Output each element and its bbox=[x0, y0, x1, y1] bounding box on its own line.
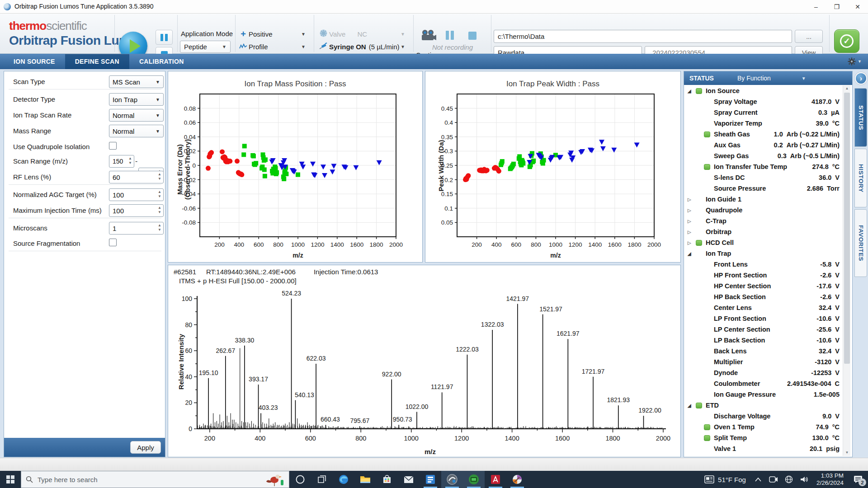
field-label: Microscans bbox=[13, 224, 47, 232]
field-row: Detector TypeIon Trap▼ bbox=[4, 92, 165, 107]
svg-text:800: 800 bbox=[273, 241, 283, 248]
tree-expand-arrow[interactable]: ▷ bbox=[688, 219, 694, 224]
svg-text:195.10: 195.10 bbox=[199, 369, 218, 376]
data-path-input[interactable] bbox=[494, 30, 792, 43]
tune-app-icon[interactable] bbox=[441, 471, 463, 488]
edge-icon[interactable] bbox=[333, 471, 354, 488]
store-icon[interactable] bbox=[376, 471, 398, 488]
status-value-group: 1.5e-005 bbox=[814, 391, 840, 398]
search-highlight-bird[interactable] bbox=[261, 472, 284, 487]
system-state-indicator[interactable]: ✓ bbox=[834, 29, 859, 53]
field-spinner[interactable]: 1▲▼ bbox=[109, 222, 164, 235]
data-type-select[interactable]: Profile ▼ bbox=[238, 41, 308, 52]
svg-text:600: 600 bbox=[511, 241, 522, 248]
browse-button[interactable]: ... bbox=[795, 30, 823, 43]
field-row: Scan Range (m/z)150▲▼2000▲▼- bbox=[4, 154, 165, 169]
task-view-icon[interactable] bbox=[311, 471, 333, 488]
restore-button[interactable]: ❐ bbox=[826, 0, 847, 14]
paint-app-icon[interactable] bbox=[506, 471, 528, 488]
tab-define-scan[interactable]: DEFINE SCAN bbox=[65, 54, 129, 69]
side-tab-status[interactable]: STATUS bbox=[854, 88, 867, 147]
minimize-button[interactable]: – bbox=[806, 0, 826, 14]
status-value-group: -12253V bbox=[811, 369, 840, 376]
status-row: Spray Current0.3µA bbox=[684, 107, 843, 118]
scan-range-low-spinner[interactable]: 150▲▼ bbox=[109, 155, 134, 168]
polarity-select[interactable]: + Positive ▼ bbox=[238, 28, 308, 40]
file-explorer-icon[interactable] bbox=[354, 471, 376, 488]
status-value-group: 32.4V bbox=[819, 347, 840, 355]
tree-collapse-arrow[interactable]: ◢ bbox=[688, 251, 694, 256]
record-button[interactable] bbox=[420, 29, 437, 43]
side-tab-history[interactable]: HISTORY bbox=[854, 149, 867, 207]
status-unit: V bbox=[835, 304, 840, 311]
status-group-label: Ion Source bbox=[706, 87, 740, 94]
field-spinner[interactable]: 100▲▼ bbox=[109, 188, 164, 201]
field-checkbox[interactable] bbox=[109, 142, 117, 150]
scroll-up-arrow[interactable]: ▲ bbox=[843, 85, 851, 92]
side-tab-favorites[interactable]: FAVORITES bbox=[854, 209, 867, 277]
record-stop-button[interactable] bbox=[468, 32, 476, 40]
status-item-label: Spray Current bbox=[714, 109, 758, 116]
svg-text:0.05: 0.05 bbox=[441, 219, 453, 226]
close-button[interactable]: ✕ bbox=[847, 0, 868, 14]
taskbar-clock[interactable]: 1:03 PM 2/26/2024 bbox=[816, 472, 844, 487]
field-spinner[interactable]: 100▲▼ bbox=[109, 204, 164, 217]
tree-expand-arrow[interactable]: ▷ bbox=[688, 230, 694, 235]
collapse-panel-button[interactable]: › bbox=[855, 72, 867, 84]
volume-icon[interactable] bbox=[797, 476, 812, 483]
search-placeholder: Type here to search bbox=[38, 476, 98, 483]
field-spinner[interactable]: 60▲▼ bbox=[109, 171, 164, 183]
status-item-label: Vaporizer Temp bbox=[714, 120, 762, 127]
field-select[interactable]: Normal▼ bbox=[109, 125, 164, 137]
status-value-group: 0.2Arb (~0.27 L/Min) bbox=[774, 141, 840, 149]
news-widget-icon[interactable] bbox=[702, 475, 717, 483]
instrument-status-icon[interactable] bbox=[463, 471, 485, 488]
scroll-down-arrow[interactable]: ▼ bbox=[843, 450, 851, 456]
record-pause-button[interactable] bbox=[446, 31, 454, 40]
office-app-icon[interactable] bbox=[420, 471, 441, 488]
pause-button[interactable] bbox=[156, 30, 173, 45]
field-select[interactable]: Normal▼ bbox=[109, 109, 164, 122]
svg-text:1600: 1600 bbox=[608, 241, 622, 248]
status-row: Multiplier-3120V bbox=[684, 357, 843, 367]
status-filter-select[interactable]: By Function bbox=[737, 75, 771, 82]
notification-center-button[interactable]: 2 bbox=[848, 471, 868, 488]
svg-text:400: 400 bbox=[234, 241, 245, 248]
tree-collapse-arrow[interactable]: ◢ bbox=[688, 403, 694, 408]
field-checkbox[interactable] bbox=[109, 239, 117, 246]
svg-text:0.1: 0.1 bbox=[444, 205, 453, 212]
scrollbar-thumb[interactable] bbox=[844, 93, 850, 364]
meet-now-icon[interactable] bbox=[766, 476, 781, 483]
tab-ion-source[interactable]: ION SOURCE bbox=[4, 54, 65, 69]
status-row: ▷Orbitrap bbox=[684, 226, 843, 237]
acrobat-icon[interactable] bbox=[485, 471, 506, 488]
syringe-select[interactable]: Syringe ON (5 µL/min) ▼ bbox=[317, 41, 408, 52]
chevron-up-icon[interactable] bbox=[750, 478, 766, 482]
tree-collapse-arrow[interactable]: ◢ bbox=[688, 89, 694, 94]
tree-expand-arrow[interactable]: ▷ bbox=[688, 208, 694, 213]
tabbar-options-button[interactable]: ▼ bbox=[848, 54, 868, 69]
field-select[interactable]: MS Scan▼ bbox=[109, 75, 164, 88]
status-row: Back Lens32.4V bbox=[684, 346, 843, 357]
apply-button[interactable]: Apply bbox=[130, 441, 161, 454]
field-select[interactable]: Ion Trap▼ bbox=[109, 93, 164, 106]
field-label: Normalized AGC Target (%) bbox=[13, 191, 97, 198]
application-mode-select[interactable]: Peptide▼ bbox=[180, 41, 231, 53]
cortana-icon[interactable] bbox=[289, 471, 311, 488]
status-row: ▷Ion Guide 1 bbox=[684, 194, 843, 205]
status-unit: V bbox=[835, 369, 840, 376]
status-item-label: Valve 1 bbox=[714, 445, 736, 452]
taskbar-search[interactable]: Type here to search bbox=[21, 471, 289, 488]
mail-icon[interactable] bbox=[398, 471, 420, 488]
tree-expand-arrow[interactable]: ▷ bbox=[688, 197, 694, 202]
chevron-down-icon: ▼ bbox=[401, 32, 408, 37]
tab-calibration[interactable]: CALIBRATION bbox=[129, 54, 194, 69]
status-value-group: 74.9°C bbox=[816, 423, 840, 431]
field-row: Maximum Injection Time (ms)100▲▼ bbox=[4, 203, 165, 218]
network-icon[interactable] bbox=[781, 475, 797, 483]
status-scrollbar[interactable]: ▲ ▼ bbox=[843, 85, 850, 456]
start-button[interactable] bbox=[0, 471, 21, 488]
tree-expand-arrow[interactable]: ▷ bbox=[688, 240, 694, 245]
weather-text[interactable]: 51°F Fog bbox=[718, 476, 746, 483]
valve-select[interactable]: Valve NC ▼ bbox=[317, 28, 408, 40]
